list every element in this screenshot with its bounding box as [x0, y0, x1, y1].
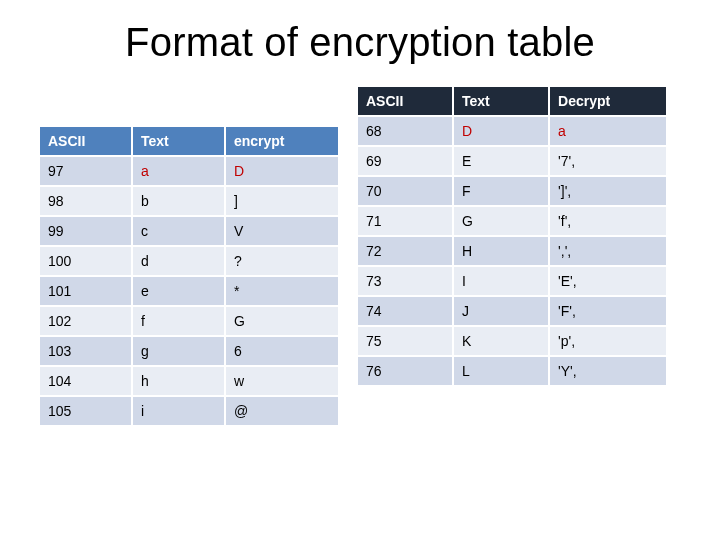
col-header-text: Text: [132, 127, 225, 156]
table-row: 102fG: [40, 306, 339, 336]
cell-encrypt: G: [225, 306, 339, 336]
table-row: 98b]: [40, 186, 339, 216]
cell-decrypt: 'f',: [549, 206, 667, 236]
col-header-ascii: ASCII: [40, 127, 132, 156]
cell-text: a: [132, 156, 225, 186]
table-row: 101e*: [40, 276, 339, 306]
table-row: 99cV: [40, 216, 339, 246]
cell-text: f: [132, 306, 225, 336]
cell-decrypt: 'p',: [549, 326, 667, 356]
encrypt-table-wrapper: ASCII Text encrypt 97aD98b]99cV100d?101e…: [40, 127, 340, 427]
cell-text: c: [132, 216, 225, 246]
cell-decrypt: 'Y',: [549, 356, 667, 386]
cell-ascii: 97: [40, 156, 132, 186]
cell-encrypt: *: [225, 276, 339, 306]
cell-ascii: 103: [40, 336, 132, 366]
cell-ascii: 104: [40, 366, 132, 396]
col-header-text: Text: [453, 87, 549, 116]
cell-ascii: 105: [40, 396, 132, 426]
table-row: 97aD: [40, 156, 339, 186]
col-header-ascii: ASCII: [358, 87, 453, 116]
col-header-encrypt: encrypt: [225, 127, 339, 156]
page-title: Format of encryption table: [40, 20, 680, 65]
cell-ascii: 100: [40, 246, 132, 276]
table-row: 103g6: [40, 336, 339, 366]
cell-ascii: 76: [358, 356, 453, 386]
cell-ascii: 74: [358, 296, 453, 326]
encrypt-table: ASCII Text encrypt 97aD98b]99cV100d?101e…: [40, 127, 340, 427]
table-row: 76L'Y',: [358, 356, 667, 386]
cell-text: K: [453, 326, 549, 356]
cell-text: D: [453, 116, 549, 146]
cell-text: H: [453, 236, 549, 266]
cell-ascii: 98: [40, 186, 132, 216]
col-header-decrypt: Decrypt: [549, 87, 667, 116]
cell-ascii: 99: [40, 216, 132, 246]
table-row: 104hw: [40, 366, 339, 396]
table-row: 100d?: [40, 246, 339, 276]
cell-decrypt: '7',: [549, 146, 667, 176]
cell-encrypt: ]: [225, 186, 339, 216]
cell-ascii: 69: [358, 146, 453, 176]
cell-text: e: [132, 276, 225, 306]
cell-encrypt: @: [225, 396, 339, 426]
cell-text: d: [132, 246, 225, 276]
slide: Format of encryption table ASCII Text en…: [0, 0, 720, 540]
table-row: 73I'E',: [358, 266, 667, 296]
cell-encrypt: w: [225, 366, 339, 396]
cell-decrypt: ',',: [549, 236, 667, 266]
cell-text: b: [132, 186, 225, 216]
table-row: 72H',',: [358, 236, 667, 266]
cell-encrypt: V: [225, 216, 339, 246]
table-row: 68Da: [358, 116, 667, 146]
cell-text: L: [453, 356, 549, 386]
table-row: 105i@: [40, 396, 339, 426]
cell-text: i: [132, 396, 225, 426]
cell-ascii: 72: [358, 236, 453, 266]
cell-text: E: [453, 146, 549, 176]
tables-container: ASCII Text encrypt 97aD98b]99cV100d?101e…: [40, 87, 680, 427]
cell-text: I: [453, 266, 549, 296]
cell-ascii: 101: [40, 276, 132, 306]
table-row: 70F']',: [358, 176, 667, 206]
table-row: 69E'7',: [358, 146, 667, 176]
cell-text: J: [453, 296, 549, 326]
cell-decrypt: ']',: [549, 176, 667, 206]
table-header-row: ASCII Text encrypt: [40, 127, 339, 156]
cell-text: h: [132, 366, 225, 396]
cell-text: G: [453, 206, 549, 236]
decrypt-table-wrapper: ASCII Text Decrypt 68Da69E'7',70F']',71G…: [358, 87, 668, 387]
table-row: 75K'p',: [358, 326, 667, 356]
cell-ascii: 68: [358, 116, 453, 146]
cell-ascii: 75: [358, 326, 453, 356]
cell-encrypt: 6: [225, 336, 339, 366]
cell-decrypt: a: [549, 116, 667, 146]
table-row: 74J'F',: [358, 296, 667, 326]
cell-ascii: 102: [40, 306, 132, 336]
table-header-row: ASCII Text Decrypt: [358, 87, 667, 116]
cell-text: g: [132, 336, 225, 366]
cell-encrypt: D: [225, 156, 339, 186]
cell-ascii: 70: [358, 176, 453, 206]
table-row: 71G'f',: [358, 206, 667, 236]
cell-text: F: [453, 176, 549, 206]
cell-encrypt: ?: [225, 246, 339, 276]
cell-decrypt: 'F',: [549, 296, 667, 326]
decrypt-table: ASCII Text Decrypt 68Da69E'7',70F']',71G…: [358, 87, 668, 387]
cell-ascii: 73: [358, 266, 453, 296]
cell-ascii: 71: [358, 206, 453, 236]
cell-decrypt: 'E',: [549, 266, 667, 296]
